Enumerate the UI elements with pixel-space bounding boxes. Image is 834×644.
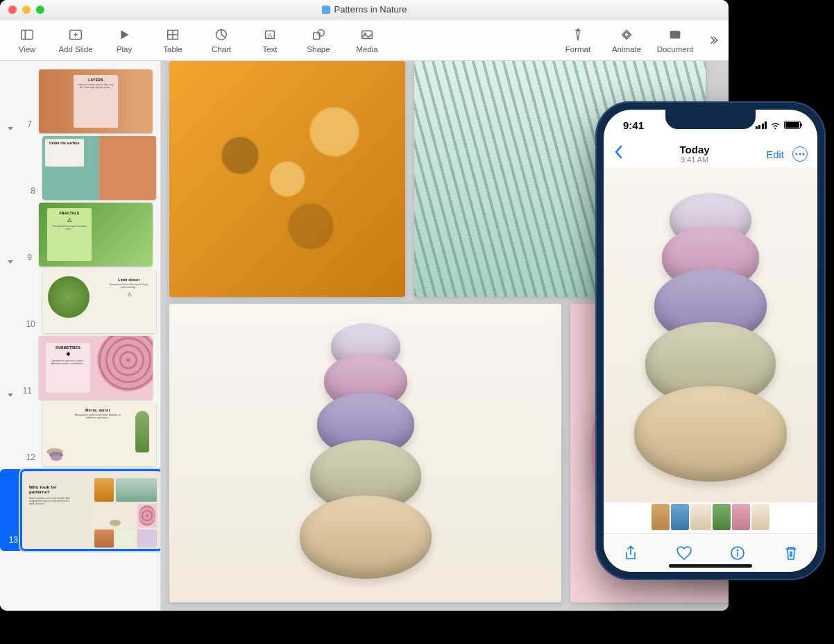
- iphone-notch: [665, 110, 756, 129]
- view-label: View: [19, 45, 36, 53]
- scrubber-thumb[interactable]: [713, 504, 731, 530]
- trash-button[interactable]: [783, 545, 799, 561]
- canvas-image-honeycomb[interactable]: [169, 61, 405, 297]
- photos-nav-bar: Today 9:41 AM Edit: [604, 140, 817, 168]
- window-close-button[interactable]: [8, 6, 17, 14]
- svg-marker-5: [121, 30, 128, 39]
- disclosure-triangle-icon[interactable]: [6, 257, 15, 266]
- svg-point-23: [799, 153, 801, 155]
- media-button[interactable]: Media: [346, 27, 389, 53]
- disclosure-triangle-icon[interactable]: [6, 124, 15, 133]
- thumb-title: Why look for patterns?: [29, 485, 74, 495]
- window-minimize-button[interactable]: [22, 6, 31, 14]
- svg-rect-17: [624, 32, 629, 37]
- slide-number: 13: [6, 535, 18, 545]
- wifi-icon: [770, 121, 781, 129]
- scrubber-thumb-selected[interactable]: [690, 504, 711, 530]
- scrubber-thumb[interactable]: [652, 504, 670, 530]
- svg-rect-0: [22, 30, 33, 39]
- svg-point-27: [737, 550, 738, 551]
- text-button[interactable]: A Text: [248, 27, 291, 53]
- scrubber-thumb[interactable]: [751, 504, 769, 530]
- table-button[interactable]: Table: [151, 27, 194, 53]
- view-button[interactable]: View: [6, 27, 49, 53]
- canvas-image-sea-urchins[interactable]: [169, 304, 561, 602]
- window-titlebar: Patterns in Nature: [0, 0, 729, 19]
- add-slide-label: Add Slide: [58, 45, 92, 53]
- animate-label: Animate: [612, 45, 641, 53]
- slide-thumbnail-7[interactable]: 7 LAYERS Layers in nature can be tiny, v…: [0, 69, 156, 133]
- play-button[interactable]: Play: [103, 27, 146, 53]
- slide-number: 7: [19, 119, 32, 129]
- cellular-signal-icon: [756, 121, 767, 129]
- chart-label: Chart: [212, 45, 231, 53]
- svg-marker-19: [8, 127, 13, 130]
- disclosure-triangle-icon[interactable]: [6, 390, 15, 400]
- slide-thumbnail-13[interactable]: 13 Why look for patterns? Nature's patte…: [0, 469, 156, 551]
- scrubber-thumb[interactable]: [732, 504, 750, 530]
- thumb-title: SYMMETRIES: [49, 346, 87, 350]
- photo-title: Today 9:41 AM: [680, 144, 710, 164]
- slide-thumbnail-12[interactable]: 12 Mirror, mirror Many plants and animal…: [0, 402, 156, 466]
- document-title-text: Patterns in Nature: [334, 4, 407, 15]
- iphone-screen: 9:41 Today 9:41 AM Edit: [604, 110, 817, 572]
- shape-label: Shape: [307, 45, 330, 53]
- format-button[interactable]: Format: [556, 27, 599, 53]
- svg-rect-18: [670, 31, 681, 38]
- favorite-button[interactable]: [676, 545, 692, 561]
- svg-point-22: [796, 153, 798, 155]
- thumb-title: Under the surface: [48, 142, 81, 145]
- shape-button[interactable]: Shape: [297, 27, 340, 53]
- share-button[interactable]: [622, 545, 639, 561]
- svg-text:A: A: [268, 31, 273, 38]
- document-proxy-icon[interactable]: [322, 6, 330, 14]
- slide-thumbnail-11[interactable]: 11 SYMMETRIES ✱ Symmetries abound in nat…: [0, 336, 156, 400]
- thumb-title: Look closer: [108, 278, 151, 282]
- toolbar-overflow-button[interactable]: [702, 33, 723, 47]
- slide-number: 10: [23, 319, 35, 329]
- table-label: Table: [163, 45, 182, 53]
- photo-viewer[interactable]: [604, 168, 817, 502]
- animate-button[interactable]: Animate: [605, 27, 648, 53]
- slide-thumbnail-8[interactable]: 8 Under the surface: [0, 136, 156, 200]
- format-label: Format: [565, 45, 590, 53]
- home-indicator[interactable]: [669, 564, 752, 568]
- edit-button[interactable]: Edit: [766, 149, 784, 160]
- slide-thumbnail-10[interactable]: 10 Look closer Romanesco broccoli is fra…: [0, 269, 156, 333]
- slide-navigator[interactable]: 7 LAYERS Layers in nature can be tiny, v…: [0, 61, 161, 611]
- svg-marker-20: [8, 260, 13, 264]
- window-zoom-button[interactable]: [36, 6, 44, 14]
- svg-point-24: [803, 153, 805, 155]
- traffic-lights: [8, 6, 44, 14]
- slide-number: 9: [19, 253, 32, 262]
- chart-button[interactable]: Chart: [200, 27, 243, 53]
- thumb-title: FRACTALS: [50, 211, 89, 215]
- document-label: Document: [657, 45, 693, 53]
- iphone-device: 9:41 Today 9:41 AM Edit: [595, 101, 826, 580]
- more-button[interactable]: [792, 146, 808, 162]
- svg-marker-21: [8, 393, 13, 397]
- back-button[interactable]: [613, 144, 623, 164]
- photo-title-main: Today: [680, 144, 710, 155]
- slide-number: 11: [19, 386, 32, 396]
- document-button[interactable]: Document: [654, 27, 697, 53]
- media-label: Media: [356, 45, 377, 53]
- slide-number: 8: [23, 186, 35, 196]
- toolbar: View Add Slide Play Table Chart A Text S…: [0, 19, 729, 61]
- add-slide-button[interactable]: Add Slide: [54, 27, 97, 53]
- photo-scrubber[interactable]: [604, 502, 817, 532]
- battery-icon: [784, 121, 801, 129]
- thumb-title: LAYERS: [76, 78, 115, 82]
- play-label: Play: [117, 45, 132, 53]
- svg-rect-12: [314, 33, 320, 39]
- text-label: Text: [262, 45, 277, 53]
- info-button[interactable]: [729, 545, 746, 561]
- window-title: Patterns in Nature: [0, 4, 729, 15]
- slide-thumbnail-9[interactable]: 9 FRACTALS △ Fractal patterns repeat at …: [0, 203, 156, 266]
- slide-number: 12: [23, 452, 35, 462]
- scrubber-thumb[interactable]: [671, 504, 689, 530]
- photo-title-sub: 9:41 AM: [680, 155, 710, 164]
- status-time: 9:41: [623, 119, 644, 131]
- thumb-title: Mirror, mirror: [73, 408, 123, 412]
